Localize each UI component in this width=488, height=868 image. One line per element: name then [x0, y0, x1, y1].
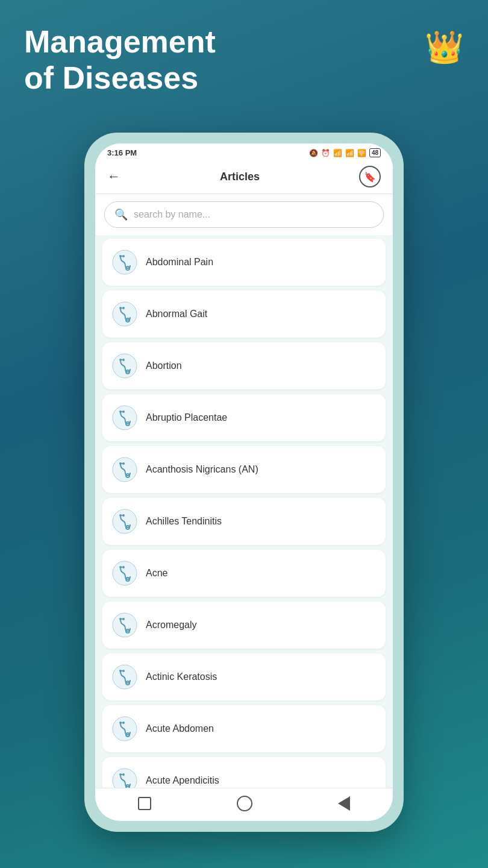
crown-icon: 👑 [425, 29, 464, 66]
svg-point-40 [113, 665, 137, 689]
item-label: Acute Apendicitis [146, 775, 219, 786]
back-button[interactable]: ← [107, 169, 120, 184]
item-label: Acromegaly [146, 620, 196, 631]
svg-point-45 [113, 717, 137, 741]
page-title: Management of Diseases [24, 24, 216, 96]
status-bar: 3:16 PM 🔕 ⏰ 📶 📶 🛜 48 [95, 143, 393, 160]
nav-square-button[interactable] [138, 797, 151, 810]
top-bar: ← Articles 🔖 [95, 160, 393, 194]
status-time: 3:16 PM [107, 148, 137, 157]
stethoscope-icon [112, 768, 137, 788]
item-label: Abdominal Pain [146, 257, 213, 268]
svg-point-10 [113, 354, 137, 378]
item-label: Abruptio Placentae [146, 412, 227, 423]
item-label: Achilles Tendinitis [146, 516, 222, 527]
search-input[interactable]: search by name... [134, 209, 210, 220]
list-item[interactable]: Actinic Keratosis [102, 653, 386, 700]
stethoscope-icon [112, 250, 137, 275]
mute-icon: 🔕 [309, 149, 318, 157]
stethoscope-icon [112, 716, 137, 741]
search-icon: 🔍 [114, 208, 128, 221]
list-item[interactable]: Acanthosis Nigricans (AN) [102, 446, 386, 493]
svg-point-25 [113, 509, 137, 533]
search-box[interactable]: 🔍 search by name... [104, 201, 384, 228]
svg-point-0 [113, 250, 137, 274]
list-item[interactable]: Abortion [102, 342, 386, 389]
stethoscope-icon [112, 561, 137, 586]
stethoscope-icon [112, 301, 137, 327]
list-item[interactable]: Abruptio Placentae [102, 394, 386, 441]
item-label: Abnormal Gait [146, 309, 207, 319]
list-item[interactable]: Acromegaly [102, 602, 386, 649]
search-container: 🔍 search by name... [95, 194, 393, 235]
top-bar-title: Articles [220, 171, 260, 183]
item-label: Abortion [146, 360, 182, 371]
list-item[interactable]: Acute Abdomen [102, 705, 386, 752]
battery-level: 48 [369, 148, 381, 157]
nav-back-button[interactable] [338, 796, 350, 811]
item-label: Acanthosis Nigricans (AN) [146, 464, 258, 475]
list-item[interactable]: Abnormal Gait [102, 291, 386, 338]
svg-point-30 [113, 561, 137, 585]
item-label: Acne [146, 568, 167, 579]
alarm-icon: ⏰ [321, 149, 330, 157]
item-label: Acute Abdomen [146, 723, 214, 734]
articles-list: Abdominal Pain Abnormal Gait [95, 235, 393, 788]
list-item[interactable]: Acute Apendicitis [102, 757, 386, 788]
stethoscope-icon [112, 457, 137, 482]
svg-point-50 [113, 769, 137, 788]
phone-frame: 3:16 PM 🔕 ⏰ 📶 📶 🛜 48 ← Articles 🔖 🔍 sear… [84, 133, 404, 832]
status-icons: 🔕 ⏰ 📶 📶 🛜 48 [309, 148, 381, 157]
wifi2-icon: 🛜 [357, 149, 366, 157]
wifi-icon: 📶 [345, 149, 354, 157]
svg-point-15 [113, 406, 137, 430]
stethoscope-icon [112, 612, 137, 638]
signal-icon: 📶 [333, 149, 342, 157]
svg-point-20 [113, 458, 137, 482]
stethoscope-icon [112, 664, 137, 690]
phone-screen: 3:16 PM 🔕 ⏰ 📶 📶 🛜 48 ← Articles 🔖 🔍 sear… [95, 143, 393, 821]
nav-home-button[interactable] [237, 796, 252, 811]
list-item[interactable]: Acne [102, 550, 386, 597]
nav-bar [95, 788, 393, 821]
bookmark-button[interactable]: 🔖 [359, 166, 381, 187]
bookmark-icon: 🔖 [364, 171, 376, 183]
svg-point-35 [113, 613, 137, 637]
item-label: Actinic Keratosis [146, 671, 217, 682]
list-item[interactable]: Achilles Tendinitis [102, 498, 386, 545]
svg-point-5 [113, 302, 137, 326]
list-item[interactable]: Abdominal Pain [102, 239, 386, 286]
stethoscope-icon [112, 353, 137, 379]
stethoscope-icon [112, 509, 137, 534]
stethoscope-icon [112, 405, 137, 430]
